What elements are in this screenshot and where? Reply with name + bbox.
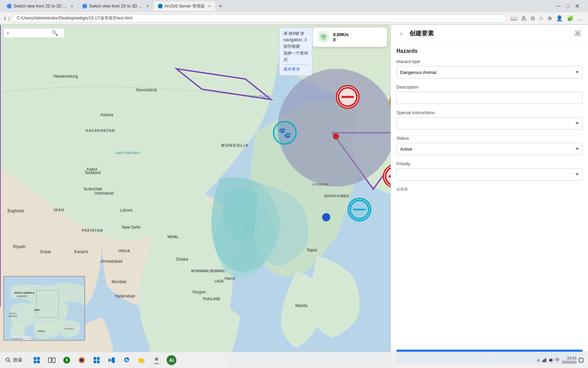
required-note: 必填项 <box>396 187 583 192</box>
svg-text:🐾: 🐾 <box>278 127 291 139</box>
tab-2-icon <box>82 4 87 9</box>
svg-point-41 <box>322 213 330 221</box>
description-group: Description <box>396 85 583 104</box>
svg-rect-61 <box>48 358 51 363</box>
svg-point-66 <box>80 358 83 362</box>
svg-rect-60 <box>37 361 40 363</box>
panel-title: 创建要素 <box>409 29 434 37</box>
svg-rect-59 <box>34 361 36 363</box>
taskbar-icons: X <box>31 354 178 366</box>
hazard-type-group: Hazard type Dangerous Animal Fire Flood … <box>396 59 583 78</box>
settings-icon <box>574 30 581 37</box>
tab-2-close[interactable]: ✕ <box>146 4 149 9</box>
taskbar: 搜索 X <box>0 352 588 368</box>
xbox-button[interactable]: X <box>61 354 73 366</box>
translate-icon[interactable]: あ <box>521 14 527 22</box>
svg-point-54 <box>577 32 579 34</box>
start-button[interactable] <box>31 354 43 366</box>
task-view-icon <box>48 356 55 364</box>
wifi-icon <box>320 33 328 41</box>
firefox-button[interactable] <box>76 354 88 366</box>
tab-2[interactable]: Switch view from 2D to 3D | Sam... ✕ <box>78 1 153 11</box>
description-input[interactable] <box>396 92 583 104</box>
status-select[interactable]: Active Inactive Resolved <box>396 143 583 155</box>
address-bar: ℹ | 📖 あ ⧉ ☆ ⊕ 👤 🧩 … <box>0 12 588 25</box>
priority-group: Priority Low Medium High <box>396 161 583 181</box>
new-tab-button[interactable]: + <box>216 1 225 11</box>
tab-3-icon <box>158 4 163 9</box>
task-view-button[interactable] <box>46 354 58 366</box>
search-input[interactable] <box>11 30 51 35</box>
map-search[interactable]: × 🔍 <box>3 28 65 38</box>
collections-icon[interactable]: ⊕ <box>547 14 553 22</box>
favorites-icon[interactable]: ☆ <box>538 14 544 22</box>
tab-1[interactable]: Switch view from 2D to 3D | Sam... ✕ <box>3 1 78 11</box>
edge-button[interactable] <box>120 354 133 366</box>
panel-settings-button[interactable] <box>573 29 583 38</box>
minimize-button[interactable]: ─ <box>556 3 561 10</box>
network-speed: 0.00K/s <box>333 32 349 37</box>
avatar-button[interactable] <box>150 354 163 366</box>
app-green-button[interactable]: Ai <box>165 354 178 366</box>
wifi-icon-container <box>317 31 330 43</box>
svg-rect-67 <box>94 357 96 360</box>
panel-header: ‹ 创建要素 <box>391 25 588 43</box>
network-count: 0 <box>333 37 349 42</box>
priority-select[interactable]: Low Medium High <box>396 168 583 181</box>
notification-popup: 0.00K/s 0 <box>312 27 387 47</box>
menu-icon[interactable]: … <box>577 15 584 22</box>
chevron-up-icon[interactable]: ∧ <box>537 357 540 363</box>
taskbar-time[interactable]: 23:55 2023/6/0 <box>562 356 576 364</box>
panel-content: Hazards Hazard type Dangerous Animal Fir… <box>391 43 588 345</box>
windows-icon <box>33 357 40 364</box>
extensions-icon[interactable]: 🧩 <box>566 14 574 22</box>
language-indicator[interactable]: 中 <box>555 357 560 363</box>
close-button[interactable]: ✕ <box>575 2 580 10</box>
store-button[interactable] <box>91 354 103 366</box>
special-instructions-select[interactable] <box>396 117 583 129</box>
taskbar-search[interactable]: 搜索 <box>0 357 28 363</box>
split-view-icon[interactable]: ⧉ <box>530 15 535 22</box>
date: 2023/6/0 <box>562 360 576 364</box>
search-clear-button[interactable]: × <box>6 30 9 36</box>
vscode-button[interactable] <box>105 354 118 366</box>
tab-3[interactable]: ArcGIS Server 管理器 ✕ <box>154 1 215 11</box>
file-manager-button[interactable] <box>135 354 148 366</box>
info-icon: ℹ <box>4 16 6 21</box>
status-label: Status <box>396 136 583 141</box>
tab-3-close[interactable]: ✕ <box>208 4 211 9</box>
svg-rect-78 <box>579 358 583 362</box>
hazard-type-label: Hazard type <box>396 59 583 64</box>
taskbar-search-label: 搜索 <box>13 357 22 363</box>
profile-icon[interactable]: 👤 <box>555 14 564 22</box>
xbox-icon: X <box>63 356 70 364</box>
svg-text:AFRICA: AFRICA <box>37 330 45 332</box>
map-container[interactable]: 🐾 🐾 🐾 🐾 🏃 🌿 <box>0 25 588 368</box>
svg-text:AMERICA: AMERICA <box>8 315 17 317</box>
mini-map-svg: NORTH AMERICA EUROPE ASIA SOUTH AMERICA … <box>4 277 85 341</box>
tooltip-line2: navigation. 3 <box>283 37 308 43</box>
status-group: Status Active Inactive Resolved <box>396 136 583 155</box>
tab-1-close[interactable]: ✕ <box>70 4 74 9</box>
notification-icon[interactable] <box>578 357 584 363</box>
panel-back-button[interactable]: ‹ <box>396 29 406 38</box>
store-icon <box>93 356 100 364</box>
maximize-button[interactable]: □ <box>566 3 569 9</box>
volume-icon[interactable] <box>548 357 554 363</box>
search-icon[interactable]: 🔍 <box>51 30 58 36</box>
taskbar-right: ∧ 中 23:55 2023/6/0 <box>537 356 588 364</box>
svg-text:X: X <box>65 358 68 363</box>
notification-text: 0.00K/s 0 <box>333 32 349 42</box>
tooltip-line3: 按空格键 <box>283 43 308 50</box>
svg-rect-68 <box>97 357 100 360</box>
hazard-type-select[interactable]: Dangerous Animal Fire Flood Earthquake S… <box>396 66 583 78</box>
file-manager-icon <box>138 356 145 364</box>
svg-rect-77 <box>545 358 546 362</box>
address-input[interactable] <box>12 14 507 22</box>
read-mode-icon[interactable]: 📖 <box>510 14 518 22</box>
basic-query-link[interactable]: 基本查询 <box>283 64 308 73</box>
svg-rect-62 <box>52 358 55 363</box>
svg-text:ASIA: ASIA <box>34 309 40 311</box>
sys-icons: ∧ 中 <box>537 357 560 363</box>
network-icon[interactable] <box>541 357 547 363</box>
